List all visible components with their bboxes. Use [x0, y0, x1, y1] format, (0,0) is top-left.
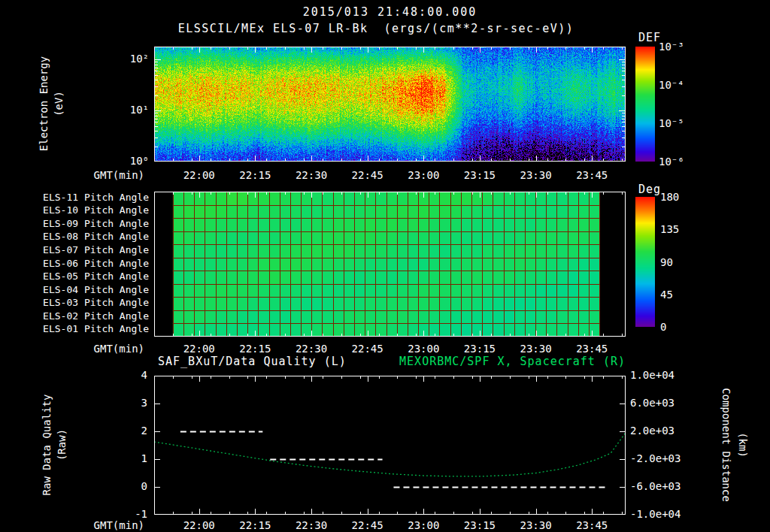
panel1-xtick-label: 22:30: [285, 169, 338, 181]
deg-colorbar: [635, 197, 655, 327]
quality-distance-plot: [154, 376, 626, 515]
panel3-right-ylabel-line1: Component Distance: [720, 388, 732, 502]
pitch-row-label: ELS-08 Pitch Angle: [38, 231, 149, 243]
pitch-row-label: ELS-04 Pitch Angle: [38, 285, 149, 296]
panel1-ytick-label: 10¹: [113, 104, 149, 116]
panel2-xtick-label: 22:45: [341, 343, 394, 355]
quality-ytick-label: 2: [114, 425, 147, 437]
def-colorbar-tick-label: 10⁻³: [659, 41, 704, 53]
datetime-title: 2015/013 21:48:00.000: [154, 6, 626, 19]
pitch-row-label: ELS-01 Pitch Angle: [38, 324, 149, 335]
panel1-xtick-label: 23:30: [510, 169, 562, 181]
def-colorbar-tick-label: 10⁻⁴: [659, 79, 704, 91]
panel1-xtick-label: 23:00: [397, 169, 450, 181]
def-colorbar-tick-label: 10⁻⁶: [659, 156, 704, 168]
panel3-xtick-label: 23:00: [397, 519, 450, 531]
panel1-ylabel-line2: (eV): [53, 91, 65, 116]
panel3-xtick-label: 23:30: [510, 519, 562, 531]
panel2-xtick-label: 22:30: [285, 343, 338, 355]
panel2-xtick-label: 23:30: [510, 343, 562, 355]
panel2-xtick-label: 23:00: [397, 343, 450, 355]
deg-colorbar-title: Deg: [638, 183, 661, 196]
panel1-ylabel-line1: Electron Energy: [38, 56, 50, 151]
panel1-ytick-label: 10⁰: [113, 155, 149, 167]
distance-ytick-label: 6.0e+03: [630, 397, 687, 409]
pitch-row-label: ELS-05 Pitch Angle: [38, 271, 149, 283]
panel2-x-axis-label: GMT(min): [72, 343, 144, 355]
deg-colorbar-tick-label: 90: [660, 256, 698, 268]
panel3-xtick-label: 22:00: [173, 519, 226, 531]
quality-series-title: SAF_BXuT/Data Quality (L): [158, 355, 347, 368]
quality-ytick-label: 0: [114, 480, 147, 492]
distance-ytick-label: 2.0e+03: [630, 425, 687, 437]
panel2-xtick-label: 23:45: [565, 343, 618, 355]
panel2-xtick-label: 22:00: [173, 343, 226, 355]
deg-colorbar-tick-label: 0: [660, 321, 698, 333]
deg-colorbar-tick-label: 180: [660, 191, 698, 203]
panel1-xtick-label: 23:15: [453, 169, 506, 181]
panel1-ytick-label: 10²: [113, 53, 149, 65]
def-colorbar-title: DEF: [638, 32, 661, 44]
panel3-left-ylabel-line2: (Raw): [56, 429, 68, 461]
panel1-xtick-label: 22:45: [341, 169, 394, 181]
panel1-xtick-label: 22:00: [173, 169, 226, 181]
quality-ytick-label: -1: [114, 508, 147, 520]
pitch-row-label: ELS-10 Pitch Angle: [38, 205, 149, 216]
distance-ytick-label: -6.0e+03: [630, 480, 687, 492]
distance-ytick-label: -2.0e+03: [630, 452, 687, 464]
spectrogram-heatmap: [154, 47, 626, 162]
pitch-row-label: ELS-11 Pitch Angle: [38, 192, 149, 204]
quality-ytick-label: 4: [114, 369, 147, 381]
deg-colorbar-tick-label: 135: [660, 223, 698, 235]
panel2-xtick-label: 22:15: [229, 343, 281, 355]
panel3-xtick-label: 23:15: [453, 519, 506, 531]
quality-ytick-label: 3: [114, 397, 147, 409]
pitch-row-label: ELS-02 Pitch Angle: [38, 311, 149, 322]
panel2-xtick-label: 23:15: [453, 343, 506, 355]
panel3-xtick-label: 22:30: [285, 519, 338, 531]
panel1-xtick-label: 22:15: [229, 169, 281, 181]
panel3-left-ylabel-line1: Raw Data Quality: [41, 394, 53, 496]
quality-ytick-label: 1: [114, 452, 147, 464]
distance-ytick-label: 1.0e+04: [630, 369, 687, 381]
panel3-right-ylabel-line2: (km): [737, 432, 749, 458]
panel3-xtick-label: 23:45: [565, 519, 618, 531]
pitch-row-label: ELS-09 Pitch Angle: [38, 219, 149, 230]
def-colorbar: [635, 47, 655, 162]
spectrogram-title: ELSSCIL/MEx ELS-07 LR-Bk (ergs/(cm**2-sr…: [113, 23, 639, 35]
panel1-x-axis-label: GMT(min): [72, 169, 144, 181]
def-colorbar-tick-label: 10⁻⁵: [659, 117, 704, 129]
pitch-row-label: ELS-07 Pitch Angle: [38, 245, 149, 256]
panel3-xtick-label: 22:45: [341, 519, 394, 531]
panel1-xtick-label: 23:45: [565, 169, 618, 181]
panel3-x-axis-label: GMT(min): [72, 519, 144, 531]
panel3-xtick-label: 22:15: [229, 519, 281, 531]
pitch-row-label: ELS-06 Pitch Angle: [38, 258, 149, 270]
pitch-angle-heatmap: [154, 192, 626, 337]
pitch-row-label: ELS-03 Pitch Angle: [38, 298, 149, 309]
deg-colorbar-tick-label: 45: [660, 289, 698, 301]
distance-ytick-label: -1.0e+04: [630, 508, 687, 520]
distance-series-title: MEXORBMC/SPF X, Spacecraft (R): [323, 355, 626, 368]
spectrogram-viewer: 2015/013 21:48:00.000 ELSSCIL/MEx ELS-07…: [0, 0, 770, 532]
